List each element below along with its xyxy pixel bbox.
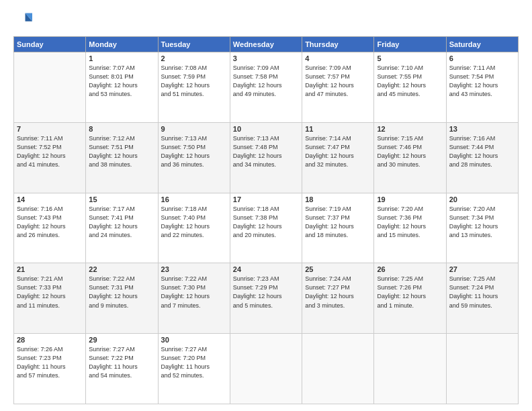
day-number: 18 xyxy=(305,195,371,203)
calendar-day-20: 20Sunrise: 7:20 AM Sunset: 7:34 PM Dayli… xyxy=(446,193,518,263)
day-info: Sunrise: 7:24 AM Sunset: 7:27 PM Dayligh… xyxy=(305,275,371,310)
calendar-day-4: 4Sunrise: 7:09 AM Sunset: 7:57 PM Daylig… xyxy=(302,52,374,123)
day-number: 27 xyxy=(449,265,515,273)
calendar-table: SundayMondayTuesdayWednesdayThursdayFrid… xyxy=(13,36,519,404)
day-info: Sunrise: 7:20 AM Sunset: 7:34 PM Dayligh… xyxy=(449,205,515,240)
calendar-day-19: 19Sunrise: 7:20 AM Sunset: 7:36 PM Dayli… xyxy=(374,193,446,263)
day-info: Sunrise: 7:20 AM Sunset: 7:36 PM Dayligh… xyxy=(377,205,443,240)
calendar-day-29: 29Sunrise: 7:27 AM Sunset: 7:22 PM Dayli… xyxy=(86,334,158,404)
day-number: 13 xyxy=(449,125,515,133)
day-number: 17 xyxy=(233,195,299,203)
day-number: 10 xyxy=(233,125,299,133)
header xyxy=(13,11,519,30)
calendar-day-3: 3Sunrise: 7:09 AM Sunset: 7:58 PM Daylig… xyxy=(230,52,302,123)
calendar-day-2: 2Sunrise: 7:08 AM Sunset: 7:59 PM Daylig… xyxy=(158,52,230,123)
calendar-day-empty xyxy=(302,334,374,404)
day-info: Sunrise: 7:27 AM Sunset: 7:20 PM Dayligh… xyxy=(161,345,227,380)
day-header-monday: Monday xyxy=(86,37,158,52)
calendar-week-row: 7Sunrise: 7:11 AM Sunset: 7:52 PM Daylig… xyxy=(14,122,519,193)
calendar-day-11: 11Sunrise: 7:14 AM Sunset: 7:47 PM Dayli… xyxy=(302,122,374,193)
day-info: Sunrise: 7:15 AM Sunset: 7:46 PM Dayligh… xyxy=(377,134,443,169)
day-number: 5 xyxy=(377,54,443,62)
calendar-day-empty xyxy=(230,334,302,404)
calendar-day-14: 14Sunrise: 7:16 AM Sunset: 7:43 PM Dayli… xyxy=(14,193,86,263)
day-number: 24 xyxy=(233,265,299,273)
day-info: Sunrise: 7:12 AM Sunset: 7:51 PM Dayligh… xyxy=(89,134,154,169)
day-info: Sunrise: 7:09 AM Sunset: 7:57 PM Dayligh… xyxy=(305,64,371,99)
calendar-day-7: 7Sunrise: 7:11 AM Sunset: 7:52 PM Daylig… xyxy=(14,122,86,193)
calendar-day-25: 25Sunrise: 7:24 AM Sunset: 7:27 PM Dayli… xyxy=(302,263,374,334)
calendar-week-row: 14Sunrise: 7:16 AM Sunset: 7:43 PM Dayli… xyxy=(14,193,519,263)
calendar-day-24: 24Sunrise: 7:23 AM Sunset: 7:29 PM Dayli… xyxy=(230,263,302,334)
day-header-friday: Friday xyxy=(374,37,446,52)
day-number: 7 xyxy=(17,125,83,133)
day-header-wednesday: Wednesday xyxy=(230,37,302,52)
calendar-week-row: 21Sunrise: 7:21 AM Sunset: 7:33 PM Dayli… xyxy=(14,263,519,334)
day-info: Sunrise: 7:10 AM Sunset: 7:55 PM Dayligh… xyxy=(377,64,443,99)
day-info: Sunrise: 7:26 AM Sunset: 7:23 PM Dayligh… xyxy=(17,345,83,380)
day-number: 9 xyxy=(161,125,227,133)
day-number: 1 xyxy=(89,54,154,62)
calendar-day-empty xyxy=(446,334,518,404)
day-number: 11 xyxy=(305,125,371,133)
calendar-week-row: 1Sunrise: 7:07 AM Sunset: 8:01 PM Daylig… xyxy=(14,52,519,123)
calendar-day-9: 9Sunrise: 7:13 AM Sunset: 7:50 PM Daylig… xyxy=(158,122,230,193)
day-header-sunday: Sunday xyxy=(14,37,86,52)
calendar-day-8: 8Sunrise: 7:12 AM Sunset: 7:51 PM Daylig… xyxy=(86,122,158,193)
calendar-day-1: 1Sunrise: 7:07 AM Sunset: 8:01 PM Daylig… xyxy=(86,52,158,123)
day-info: Sunrise: 7:16 AM Sunset: 7:43 PM Dayligh… xyxy=(17,205,83,240)
day-number: 26 xyxy=(377,265,443,273)
calendar-day-17: 17Sunrise: 7:18 AM Sunset: 7:38 PM Dayli… xyxy=(230,193,302,263)
day-info: Sunrise: 7:25 AM Sunset: 7:24 PM Dayligh… xyxy=(449,275,515,310)
page: SundayMondayTuesdayWednesdayThursdayFrid… xyxy=(0,0,532,411)
calendar-day-15: 15Sunrise: 7:17 AM Sunset: 7:41 PM Dayli… xyxy=(86,193,158,263)
calendar-day-30: 30Sunrise: 7:27 AM Sunset: 7:20 PM Dayli… xyxy=(158,334,230,404)
day-info: Sunrise: 7:17 AM Sunset: 7:41 PM Dayligh… xyxy=(89,205,154,240)
day-number: 30 xyxy=(161,336,227,344)
day-number: 15 xyxy=(89,195,154,203)
calendar-day-27: 27Sunrise: 7:25 AM Sunset: 7:24 PM Dayli… xyxy=(446,263,518,334)
day-number: 21 xyxy=(17,265,83,273)
day-number: 8 xyxy=(89,125,154,133)
day-number: 4 xyxy=(305,54,371,62)
day-header-saturday: Saturday xyxy=(446,37,518,52)
day-number: 23 xyxy=(161,265,227,273)
day-number: 22 xyxy=(89,265,154,273)
logo-icon xyxy=(13,11,32,30)
calendar-day-26: 26Sunrise: 7:25 AM Sunset: 7:26 PM Dayli… xyxy=(374,263,446,334)
day-info: Sunrise: 7:13 AM Sunset: 7:50 PM Dayligh… xyxy=(161,134,227,169)
day-info: Sunrise: 7:08 AM Sunset: 7:59 PM Dayligh… xyxy=(161,64,227,99)
day-number: 29 xyxy=(89,336,154,344)
calendar-day-6: 6Sunrise: 7:11 AM Sunset: 7:54 PM Daylig… xyxy=(446,52,518,123)
day-number: 19 xyxy=(377,195,443,203)
day-info: Sunrise: 7:11 AM Sunset: 7:54 PM Dayligh… xyxy=(449,64,515,99)
day-info: Sunrise: 7:25 AM Sunset: 7:26 PM Dayligh… xyxy=(377,275,443,310)
day-info: Sunrise: 7:07 AM Sunset: 8:01 PM Dayligh… xyxy=(89,64,154,99)
day-number: 3 xyxy=(233,54,299,62)
day-number: 28 xyxy=(17,336,83,344)
day-number: 25 xyxy=(305,265,371,273)
calendar-day-18: 18Sunrise: 7:19 AM Sunset: 7:37 PM Dayli… xyxy=(302,193,374,263)
calendar-day-28: 28Sunrise: 7:26 AM Sunset: 7:23 PM Dayli… xyxy=(14,334,86,404)
day-header-thursday: Thursday xyxy=(302,37,374,52)
day-info: Sunrise: 7:21 AM Sunset: 7:33 PM Dayligh… xyxy=(17,275,83,310)
day-info: Sunrise: 7:22 AM Sunset: 7:30 PM Dayligh… xyxy=(161,275,227,310)
calendar-header-row: SundayMondayTuesdayWednesdayThursdayFrid… xyxy=(14,37,519,52)
day-info: Sunrise: 7:16 AM Sunset: 7:44 PM Dayligh… xyxy=(449,134,515,169)
calendar-day-22: 22Sunrise: 7:22 AM Sunset: 7:31 PM Dayli… xyxy=(86,263,158,334)
calendar-day-10: 10Sunrise: 7:13 AM Sunset: 7:48 PM Dayli… xyxy=(230,122,302,193)
day-number: 12 xyxy=(377,125,443,133)
day-info: Sunrise: 7:14 AM Sunset: 7:47 PM Dayligh… xyxy=(305,134,371,169)
day-number: 6 xyxy=(449,54,515,62)
day-header-tuesday: Tuesday xyxy=(158,37,230,52)
day-info: Sunrise: 7:09 AM Sunset: 7:58 PM Dayligh… xyxy=(233,64,299,99)
calendar-day-empty xyxy=(374,334,446,404)
calendar-day-12: 12Sunrise: 7:15 AM Sunset: 7:46 PM Dayli… xyxy=(374,122,446,193)
day-number: 14 xyxy=(17,195,83,203)
calendar-day-16: 16Sunrise: 7:18 AM Sunset: 7:40 PM Dayli… xyxy=(158,193,230,263)
day-info: Sunrise: 7:23 AM Sunset: 7:29 PM Dayligh… xyxy=(233,275,299,310)
calendar-day-13: 13Sunrise: 7:16 AM Sunset: 7:44 PM Dayli… xyxy=(446,122,518,193)
day-number: 2 xyxy=(161,54,227,62)
day-number: 20 xyxy=(449,195,515,203)
calendar-day-23: 23Sunrise: 7:22 AM Sunset: 7:30 PM Dayli… xyxy=(158,263,230,334)
